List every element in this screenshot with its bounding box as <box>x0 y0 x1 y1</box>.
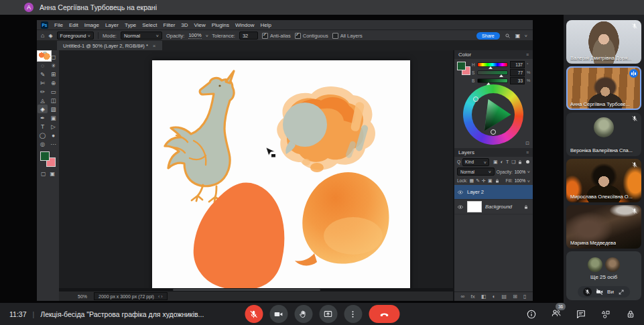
tool-icon[interactable]: ◬ <box>38 96 48 105</box>
tool-icon[interactable]: ⊞ <box>48 70 58 78</box>
host-controls-icon[interactable] <box>625 309 636 320</box>
visibility-eye-icon[interactable] <box>457 204 464 210</box>
present-button[interactable] <box>319 305 337 323</box>
status-arrow-icon[interactable]: ‹ › <box>158 294 163 299</box>
end-call-button[interactable] <box>369 305 399 323</box>
contiguous-checkbox[interactable]: Contiguous <box>295 33 328 39</box>
layer-action-icon[interactable]: ⊞ <box>513 294 517 300</box>
overflow-participants-tile[interactable]: Ще 25 осіб Ви <box>566 251 641 300</box>
checkbox-unchecked[interactable] <box>332 33 338 39</box>
menu-item[interactable]: Layer <box>105 22 119 28</box>
all-layers-checkbox[interactable]: All Layers <box>332 33 363 39</box>
layer-row-layer2[interactable]: Layer 2 <box>454 185 533 200</box>
home-icon[interactable]: ⌂ <box>41 32 44 39</box>
search-icon[interactable] <box>505 33 511 39</box>
color-panel-tab[interactable]: Color <box>458 52 471 58</box>
menu-item[interactable]: Plugins <box>212 22 229 28</box>
chevron-down-icon[interactable]: ∨ <box>525 34 528 38</box>
tool-icon[interactable]: ◯ <box>38 131 48 139</box>
saturation-value[interactable]: 77 <box>510 69 525 76</box>
share-button[interactable]: Share <box>476 32 500 40</box>
slider-thumb[interactable] <box>489 66 493 69</box>
raise-hand-button[interactable] <box>294 305 312 323</box>
menu-item[interactable]: Help <box>260 22 271 28</box>
visibility-eye-icon[interactable] <box>457 189 464 196</box>
chevron-down-icon[interactable]: ∨ <box>205 34 208 38</box>
mic-mute-button[interactable] <box>245 305 263 323</box>
brightness-slider[interactable] <box>477 78 508 83</box>
slider-thumb[interactable] <box>499 74 503 77</box>
tool-icon[interactable]: ▣ <box>48 113 58 122</box>
layer-action-icon[interactable]: ∞ <box>461 294 465 300</box>
layer-opacity-value[interactable]: 100% <box>515 170 526 174</box>
layer-action-icon[interactable]: fx <box>470 294 474 300</box>
chat-icon[interactable] <box>576 309 586 320</box>
tool-preset-select[interactable]: Foreground ∨ <box>57 31 94 40</box>
hue-value[interactable]: 137 <box>510 61 525 68</box>
self-controls-pill[interactable]: Ви <box>578 286 630 298</box>
document-canvas[interactable] <box>152 60 410 294</box>
tolerance-input[interactable]: 32 <box>239 31 258 40</box>
filter-type-icon[interactable]: ❏ <box>511 159 515 165</box>
layer-action-icon[interactable]: ◐ <box>492 294 495 300</box>
menu-item[interactable]: File <box>54 22 63 28</box>
filter-type-icon[interactable]: ◐ <box>501 159 503 164</box>
zoom-level[interactable]: 50% <box>78 294 87 299</box>
fill-value[interactable]: 100% <box>515 178 526 183</box>
menu-item[interactable]: 3D <box>181 22 188 28</box>
screen-mode-icon[interactable]: ▣ <box>50 171 56 177</box>
anti-alias-checkbox[interactable]: Anti-alias <box>262 33 291 39</box>
layers-panel-tab[interactable]: Layers <box>458 149 474 155</box>
blend-mode-select[interactable]: Normal ∨ <box>121 31 162 40</box>
checkbox-checked[interactable] <box>295 33 301 39</box>
self-mic-off-button[interactable] <box>583 287 592 296</box>
menu-item[interactable]: Edit <box>69 22 78 28</box>
tool-icon[interactable]: ◎ <box>38 139 48 148</box>
expand-icon[interactable] <box>618 289 625 296</box>
lock-option-icon[interactable]: ▣ <box>488 178 493 184</box>
layer-blend-mode-select[interactable]: Normal ∨ <box>457 168 495 176</box>
hue-slider[interactable] <box>477 62 508 67</box>
chevron-down-icon[interactable]: ∨ <box>527 179 531 183</box>
panel-menu-icon[interactable]: ≡ <box>526 150 529 155</box>
filter-toggle-icon[interactable] <box>526 160 529 164</box>
participant-tile[interactable]: Валерія Дмитрівна Доря... <box>566 20 641 64</box>
foreground-color-swatch[interactable] <box>40 151 50 161</box>
tool-icon[interactable]: ✄ <box>38 78 48 87</box>
menu-item[interactable]: Window <box>235 22 254 28</box>
lock-option-icon[interactable]: ▦ <box>470 178 474 184</box>
menu-item[interactable]: Image <box>84 22 99 28</box>
lock-option-icon[interactable]: ✎ <box>476 178 480 184</box>
layer-action-icon[interactable]: ▯ <box>523 294 526 300</box>
filter-kind-select[interactable]: Kind ∨ <box>462 158 489 166</box>
layer-name[interactable]: Layer 2 <box>467 189 484 195</box>
photoshop-logo[interactable]: Ps <box>41 21 48 29</box>
checkbox-checked[interactable] <box>262 33 268 39</box>
chevron-down-icon[interactable]: ∨ <box>527 170 531 174</box>
tool-icon[interactable]: ✎ <box>38 70 48 78</box>
tool-icon[interactable]: ⊕ <box>48 78 58 87</box>
meeting-info-icon[interactable] <box>526 309 537 320</box>
tool-icon[interactable]: ✳ <box>48 61 58 70</box>
tool-icon[interactable]: ● <box>48 131 58 139</box>
layer-action-icon[interactable]: ▤ <box>501 294 507 300</box>
current-tool-icon[interactable]: ◈ <box>48 33 52 39</box>
close-icon[interactable]: × <box>153 43 156 49</box>
menu-item[interactable]: Type <box>125 22 136 28</box>
tool-icon[interactable]: ✒ <box>38 113 48 122</box>
color-panel-corner-icon[interactable]: ⊡ <box>525 141 529 146</box>
menu-item[interactable]: Filter <box>164 22 176 28</box>
tool-icon[interactable]: ◌ <box>38 61 48 70</box>
activities-icon[interactable] <box>600 309 611 320</box>
camera-off-icon[interactable] <box>596 288 603 296</box>
screen-mode-icon[interactable]: ▢ <box>41 171 46 177</box>
panel-menu-icon[interactable]: ≡ <box>526 52 529 57</box>
layer-action-icon[interactable]: ◧ <box>481 294 487 300</box>
scrollbar-thumb[interactable] <box>173 289 320 291</box>
lock-icon[interactable] <box>495 178 500 184</box>
tool-icon[interactable]: ⋯ <box>48 139 58 148</box>
saturation-slider[interactable] <box>477 70 508 75</box>
tool-icon[interactable]: ◈ <box>38 105 48 113</box>
foreground-color-swatch[interactable] <box>457 62 466 70</box>
tool-icon[interactable]: ▷ <box>48 122 58 131</box>
